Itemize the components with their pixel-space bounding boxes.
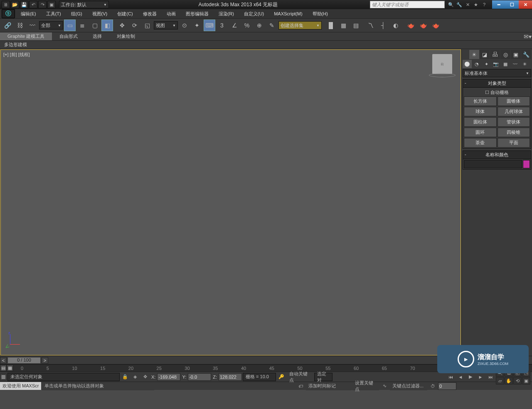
play-icon[interactable]: ▶: [466, 373, 475, 381]
maximize-button[interactable]: ☐: [505, 0, 519, 9]
help-icon[interactable]: ?: [480, 1, 488, 8]
coord-z-input[interactable]: [219, 373, 242, 381]
render-production-icon[interactable]: 🫖: [430, 20, 441, 31]
ribbon-panel-polymodel[interactable]: 多边形建模: [0, 41, 532, 49]
mirror-icon[interactable]: ▐▌: [325, 20, 337, 31]
viewcube-ring[interactable]: [429, 73, 456, 77]
minimize-button[interactable]: ━: [492, 0, 505, 9]
schematic-view-icon[interactable]: ┤: [377, 20, 389, 31]
menu-maxscript[interactable]: MAXScript(M): [270, 10, 306, 17]
named-selection-sets-dropdown[interactable]: 创建选择集▼: [278, 21, 322, 30]
menu-customize[interactable]: 自定义(U): [240, 10, 268, 18]
edit-named-sets-icon[interactable]: ✎: [266, 20, 278, 31]
layers-icon[interactable]: ▤: [350, 20, 362, 31]
viewcube[interactable]: 前: [432, 54, 452, 74]
menu-help[interactable]: 帮助(H): [308, 10, 332, 18]
systems-category-icon[interactable]: ✳: [520, 60, 529, 68]
pivot-center-icon[interactable]: ⊙: [179, 20, 190, 31]
rotate-icon[interactable]: ⟳: [129, 20, 140, 31]
unlink-icon[interactable]: ⛓: [14, 20, 26, 31]
time-config-icon[interactable]: ⏱: [428, 382, 437, 390]
scale-icon[interactable]: ◱: [141, 20, 153, 31]
ribbon-tab-freeform[interactable]: 自由形式: [52, 32, 85, 40]
exchange-icon[interactable]: ✕: [464, 1, 471, 8]
timeslider-next-icon[interactable]: >: [42, 357, 48, 364]
ribbon-collapse-icon[interactable]: ✉▾: [523, 33, 532, 40]
cone-button[interactable]: 圆锥体: [498, 96, 530, 106]
pan-icon[interactable]: ✋: [505, 377, 513, 384]
object-name-input[interactable]: [464, 160, 522, 168]
display-panel-tab[interactable]: ▣: [511, 50, 521, 59]
geosphere-button[interactable]: 几何球体: [498, 107, 530, 116]
window-crossing-icon[interactable]: ◧: [101, 20, 113, 31]
key-mode-icon[interactable]: ∿: [380, 382, 389, 390]
menu-tools[interactable]: 工具(T): [42, 10, 65, 18]
timeslider-prev-icon[interactable]: <: [0, 357, 7, 364]
absolute-transform-icon[interactable]: ✥: [140, 373, 150, 381]
snap-3d-icon[interactable]: 3: [216, 20, 228, 31]
angle-snap-icon[interactable]: ∠: [229, 20, 240, 31]
orbit-icon[interactable]: ⟲: [513, 377, 522, 384]
rollout-object-type-header[interactable]: -对象类型: [463, 79, 531, 88]
ref-coord-dropdown[interactable]: 视图▼: [154, 21, 178, 30]
undo-icon[interactable]: ↶: [29, 1, 37, 8]
key-filters-button[interactable]: 关键点过滤器...: [390, 382, 427, 390]
subscription-icon[interactable]: 🔧: [456, 1, 463, 8]
select-object-icon[interactable]: ▭: [64, 20, 76, 31]
helpers-category-icon[interactable]: ▦: [501, 60, 510, 68]
spacewarps-category-icon[interactable]: 〰: [510, 60, 520, 68]
render-setup-icon[interactable]: 🫖: [405, 20, 416, 31]
menu-rendering[interactable]: 渲染(R): [214, 10, 238, 18]
add-time-tag[interactable]: 添加时间标记: [306, 382, 352, 390]
geometry-category-icon[interactable]: ⚪: [463, 60, 472, 68]
timeslider-thumb[interactable]: 0 / 100: [7, 357, 41, 364]
create-panel-tab[interactable]: ☀: [469, 50, 479, 59]
select-by-name-icon[interactable]: ≣: [76, 20, 88, 31]
tube-button[interactable]: 管状体: [498, 117, 530, 127]
next-frame-icon[interactable]: ►: [476, 373, 485, 381]
coord-y-input[interactable]: [188, 373, 211, 381]
select-region-rect-icon[interactable]: ▢: [89, 20, 101, 31]
curve-editor-icon[interactable]: 〽: [365, 20, 377, 31]
pyramid-button[interactable]: 四棱锥: [498, 128, 530, 137]
sphere-button[interactable]: 球体: [464, 107, 497, 116]
prev-frame-icon[interactable]: ◄: [456, 373, 465, 381]
move-icon[interactable]: ✥: [116, 20, 128, 31]
teapot-button[interactable]: 茶壶: [464, 138, 497, 148]
utilities-panel-tab[interactable]: 🔧: [521, 50, 531, 59]
open-file-icon[interactable]: 📂: [11, 1, 19, 8]
autokey-button[interactable]: 自动关键点: [287, 373, 313, 381]
save-file-icon[interactable]: 💾: [20, 1, 28, 8]
hierarchy-panel-tab[interactable]: 品: [490, 50, 500, 59]
motion-panel-tab[interactable]: ◎: [500, 50, 510, 59]
viewport-front[interactable]: [+] [前] [线框] 前 z: [0, 49, 461, 355]
maxscript-mini-icon[interactable]: ▥: [0, 374, 7, 380]
isolate-icon[interactable]: ◈: [131, 373, 140, 381]
selection-lock-icon[interactable]: 🔒: [121, 373, 130, 381]
link-icon[interactable]: 🔗: [2, 20, 13, 31]
bind-spacewarp-icon[interactable]: 〰: [27, 20, 38, 31]
cameras-category-icon[interactable]: 📷: [491, 60, 500, 68]
viewport-label[interactable]: [+] [前] [线框]: [3, 52, 30, 58]
cylinder-button[interactable]: 圆柱体: [464, 117, 497, 127]
menu-animation[interactable]: 动画: [163, 10, 180, 18]
keyboard-shortcut-icon[interactable]: ⌨: [204, 20, 215, 31]
redo-icon[interactable]: ↷: [38, 1, 47, 8]
plane-button[interactable]: 平面: [498, 138, 530, 148]
menu-views[interactable]: 视图(V): [88, 10, 112, 18]
ribbon-tab-paint[interactable]: 对象绘制: [109, 32, 143, 40]
goto-start-icon[interactable]: ⏮: [446, 373, 455, 381]
search-icon[interactable]: 🔍: [447, 1, 455, 8]
coord-x-input[interactable]: [157, 373, 180, 381]
workspace-dropdown[interactable]: 工作台: 默认 ▼: [59, 1, 109, 8]
max-toggle-icon[interactable]: ▣: [522, 377, 530, 384]
selected-set-dropdown[interactable]: 选定对: [314, 373, 332, 381]
favorites-icon[interactable]: ★: [472, 1, 480, 8]
torus-button[interactable]: 圆环: [464, 128, 497, 137]
autogrid-checkbox[interactable]: ☐ 自动栅格: [464, 89, 530, 96]
menu-modifiers[interactable]: 修改器: [139, 10, 161, 18]
menu-edit[interactable]: 编辑(E): [17, 10, 40, 18]
trackbar-curves-icon[interactable]: ▦: [7, 365, 13, 371]
trackbar-toggle-icon[interactable]: ▤: [0, 365, 7, 371]
menu-create[interactable]: 创建(C): [113, 10, 137, 18]
